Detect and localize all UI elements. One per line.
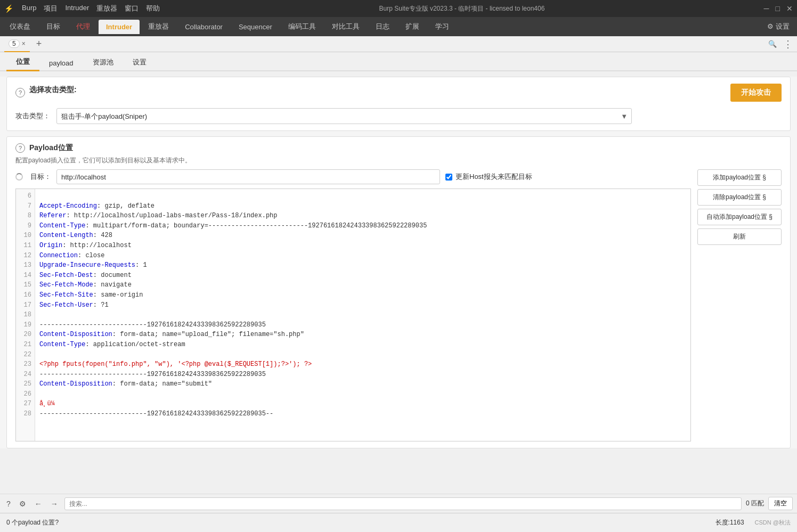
clear-payload-position-button[interactable]: 清除payload位置 § bbox=[697, 189, 782, 206]
menu-help[interactable]: 帮助 bbox=[146, 4, 160, 13]
prev-button[interactable]: ← bbox=[32, 498, 44, 509]
payload-section-title: Payload位置 bbox=[29, 143, 73, 153]
tab-payload[interactable]: payload bbox=[39, 56, 83, 71]
tab-actions: 🔍 ⋮ bbox=[768, 38, 793, 50]
nav-tab-learn[interactable]: 学习 bbox=[428, 19, 457, 35]
nav-tab-collaborator[interactable]: Collaborator bbox=[177, 20, 230, 34]
status-bar: 0 个payload 位置? 长度:1163 CSDN @秋法 bbox=[0, 513, 797, 532]
attack-type-section: ? 选择攻击类型: 开始攻击 攻击类型： 狙击手-单个payload(Snipe… bbox=[6, 77, 791, 131]
bottom-settings-button[interactable]: ⚙ bbox=[17, 498, 28, 509]
nav-tab-encoder[interactable]: 编码工具 bbox=[281, 19, 323, 35]
code-content: Accept-Encoding: gzip, deflate Referer: … bbox=[35, 189, 690, 441]
nav-tab-comparer[interactable]: 对比工具 bbox=[324, 19, 367, 35]
length-status: 长度:1163 bbox=[715, 518, 744, 527]
menu-project[interactable]: 项目 bbox=[44, 4, 58, 13]
settings-button[interactable]: ⚙ 设置 bbox=[762, 22, 795, 31]
line-numbers: 6 7 8 9 10 11 12 13 14 15 16 17 18 19 bbox=[16, 189, 35, 441]
match-count: 0 匹配 bbox=[746, 499, 764, 508]
brand-label: CSDN @秋法 bbox=[755, 519, 791, 527]
attack-type-select-wrapper: 狙击手-单个payload(Sniper)攻城锤-单个payload(Batte… bbox=[56, 108, 632, 124]
main-nav: 仪表盘 目标 代理 Intruder 重放器 Collaborator Sequ… bbox=[0, 17, 797, 36]
nav-tab-target[interactable]: 目标 bbox=[39, 19, 68, 35]
window-controls: ─ □ ✕ bbox=[764, 4, 793, 13]
update-host-checkbox[interactable] bbox=[445, 174, 452, 181]
tab-number: 5 bbox=[9, 39, 20, 48]
clear-search-button[interactable]: 清空 bbox=[768, 497, 793, 510]
payload-description: 配置payload插入位置，它们可以添加到目标以及基本请求中。 bbox=[15, 156, 782, 165]
target-row: 目标： 更新Host报头来匹配目标 bbox=[15, 169, 691, 184]
menu-window[interactable]: 窗口 bbox=[125, 4, 139, 13]
tab-close-icon[interactable]: × bbox=[22, 40, 26, 47]
intruder-tabs: 位置 payload 资源池 设置 bbox=[0, 52, 797, 71]
target-label: 目标： bbox=[30, 172, 51, 182]
refresh-button[interactable]: 刷新 bbox=[697, 228, 782, 245]
loading-spinner bbox=[15, 173, 23, 181]
menu-repeater[interactable]: 重放器 bbox=[96, 4, 117, 13]
tab-position[interactable]: 位置 bbox=[6, 54, 39, 71]
auto-add-payload-position-button[interactable]: 自动添加payload位置 § bbox=[697, 209, 782, 225]
start-attack-button[interactable]: 开始攻击 bbox=[730, 84, 782, 102]
menu-app[interactable]: Burp bbox=[22, 4, 36, 13]
app-logo: ⚡ bbox=[4, 4, 13, 13]
close-button[interactable]: ✕ bbox=[786, 4, 793, 13]
bottom-help-button[interactable]: ? bbox=[4, 498, 13, 509]
title-bar-menu: Burp 项目 Intruder 重放器 窗口 帮助 bbox=[22, 4, 160, 13]
nav-tab-extensions[interactable]: 扩展 bbox=[398, 19, 427, 35]
right-buttons-panel: 添加payload位置 § 清除payload位置 § 自动添加payload位… bbox=[691, 169, 782, 245]
app-title: Burp Suite专业版 v2023.3 - 临时项目 - licensed … bbox=[379, 4, 545, 13]
title-bar: ⚡ Burp 项目 Intruder 重放器 窗口 帮助 Burp Suite专… bbox=[0, 0, 797, 17]
tab-resource-pool[interactable]: 资源池 bbox=[83, 54, 123, 71]
target-input[interactable] bbox=[56, 169, 440, 184]
more-button[interactable]: ⋮ bbox=[783, 38, 793, 50]
nav-tab-dashboard[interactable]: 仪表盘 bbox=[2, 19, 38, 35]
attack-type-row: 攻击类型： 狙击手-单个payload(Sniper)攻城锤-单个payload… bbox=[15, 108, 782, 124]
session-tab-5[interactable]: 5 × bbox=[4, 36, 30, 52]
minimize-button[interactable]: ─ bbox=[764, 4, 769, 13]
attack-type-title: 选择攻击类型: bbox=[29, 85, 77, 95]
update-host-label: 更新Host报头来匹配目标 bbox=[456, 172, 532, 182]
nav-tab-logger[interactable]: 日志 bbox=[368, 19, 397, 35]
payload-help-icon[interactable]: ? bbox=[15, 143, 25, 153]
add-tab-button[interactable]: + bbox=[32, 38, 46, 50]
add-payload-position-button[interactable]: 添加payload位置 § bbox=[697, 169, 782, 186]
search-button[interactable]: 🔍 bbox=[768, 40, 777, 48]
bottom-bar: ? ⚙ ← → 0 匹配 清空 bbox=[0, 494, 797, 513]
code-editor[interactable]: 6 7 8 9 10 11 12 13 14 15 16 17 18 19 bbox=[15, 189, 691, 441]
payload-content-row: 目标： 更新Host报头来匹配目标 6 7 8 9 10 11 bbox=[15, 169, 782, 441]
nav-tab-sequencer[interactable]: Sequencer bbox=[231, 20, 280, 34]
payload-count-status: 0 个payload 位置? bbox=[6, 518, 59, 527]
title-bar-left: ⚡ Burp 项目 Intruder 重放器 窗口 帮助 bbox=[4, 4, 160, 13]
bottom-search-input[interactable] bbox=[64, 497, 742, 510]
main-content: ? 选择攻击类型: 开始攻击 攻击类型： 狙击手-单个payload(Snipe… bbox=[0, 77, 797, 448]
nav-tab-proxy[interactable]: 代理 bbox=[69, 19, 97, 35]
nav-tab-intruder[interactable]: Intruder bbox=[99, 20, 140, 34]
next-button[interactable]: → bbox=[48, 498, 60, 509]
menu-intruder[interactable]: Intruder bbox=[65, 4, 89, 13]
attack-type-help-icon[interactable]: ? bbox=[15, 88, 25, 97]
attack-type-select[interactable]: 狙击手-单个payload(Sniper)攻城锤-单个payload(Batte… bbox=[56, 108, 632, 124]
maximize-button[interactable]: □ bbox=[776, 4, 780, 13]
secondary-tabs: 5 × + 🔍 ⋮ bbox=[0, 36, 797, 52]
nav-tab-repeater[interactable]: 重放器 bbox=[141, 19, 176, 35]
update-host-checkbox-row: 更新Host报头来匹配目标 bbox=[445, 172, 532, 182]
payload-position-section: ? Payload位置 配置payload插入位置，它们可以添加到目标以及基本请… bbox=[6, 136, 791, 448]
tab-settings[interactable]: 设置 bbox=[123, 54, 156, 71]
payload-editor-area: 目标： 更新Host报头来匹配目标 6 7 8 9 10 11 bbox=[15, 169, 691, 441]
attack-type-label: 攻击类型： bbox=[15, 111, 50, 121]
